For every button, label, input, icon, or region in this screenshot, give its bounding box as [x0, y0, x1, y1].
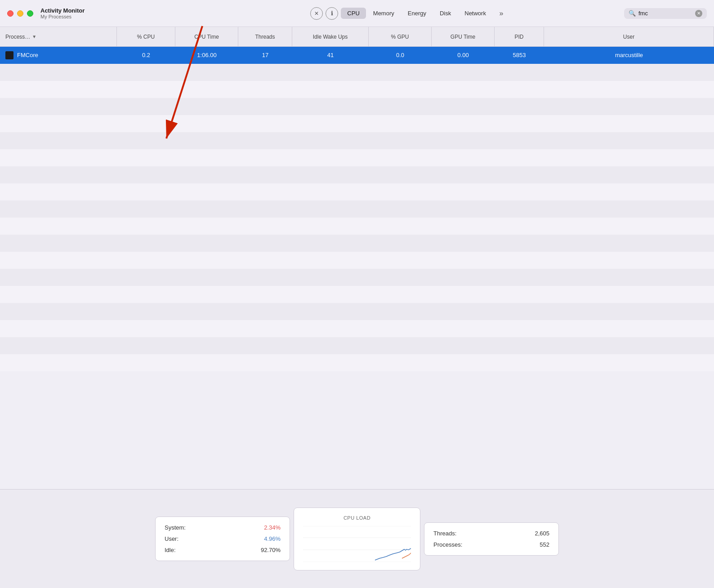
processes-stat-row: Processes: 552	[433, 541, 549, 548]
processes-value: 552	[540, 541, 549, 548]
tab-memory[interactable]: Memory	[367, 8, 401, 19]
table-row[interactable]	[0, 286, 714, 303]
tab-energy[interactable]: Energy	[402, 8, 433, 19]
table-row[interactable]	[0, 303, 714, 320]
table-row[interactable]: FMCore 0.2 1:06.00 17 41 0.0 0.00 5853 m…	[0, 47, 714, 64]
col-header-user[interactable]: User	[544, 27, 714, 46]
maximize-button[interactable]	[27, 10, 33, 17]
table-row[interactable]	[0, 81, 714, 98]
system-value: 2.34%	[264, 524, 281, 531]
table-row[interactable]	[0, 132, 714, 149]
table-row[interactable]	[0, 252, 714, 269]
close-button[interactable]	[7, 10, 13, 17]
table-row[interactable]	[0, 183, 714, 200]
user-label: User:	[165, 535, 178, 542]
col-header-idle-wake[interactable]: Idle Wake Ups	[292, 27, 369, 46]
system-stat-row: System: 2.34%	[165, 524, 281, 531]
system-label: System:	[165, 524, 186, 531]
col-header-process[interactable]: Process… ▼	[0, 27, 117, 46]
app-subtitle: My Processes	[40, 14, 85, 19]
cpu-time-cell: 1:06.00	[175, 47, 238, 63]
table-header: Process… ▼ % CPU CPU Time Threads Idle W…	[0, 27, 714, 47]
col-header-gpu-time[interactable]: GPU Time	[432, 27, 495, 46]
table-row[interactable]	[0, 166, 714, 183]
table-row[interactable]	[0, 337, 714, 354]
idle-label: Idle:	[165, 547, 176, 553]
sort-arrow-icon: ▼	[32, 34, 36, 39]
cpu-load-chart	[303, 526, 411, 562]
user-cell: marcustille	[544, 47, 714, 63]
table-row[interactable]	[0, 98, 714, 115]
tab-bar: CPU Memory Energy Disk Network	[341, 8, 492, 19]
table-row[interactable]	[0, 218, 714, 235]
search-input[interactable]	[638, 10, 692, 17]
toolbar: ✕ ℹ CPU Memory Energy Disk Network »	[310, 7, 508, 20]
user-stat-row: User: 4.96%	[165, 535, 281, 542]
idle-value: 92.70%	[261, 547, 281, 553]
search-bar: 🔍 ✕	[624, 8, 707, 19]
cpu-pct-cell: 0.2	[117, 47, 175, 63]
col-header-pid[interactable]: PID	[495, 27, 544, 46]
gpu-pct-cell: 0.0	[369, 47, 432, 63]
tab-disk[interactable]: Disk	[433, 8, 457, 19]
table-row[interactable]	[0, 320, 714, 337]
info-button[interactable]: ℹ	[326, 7, 338, 20]
table-row[interactable]	[0, 269, 714, 286]
title-bar: Activity Monitor My Processes ✕ ℹ CPU Me…	[0, 0, 714, 27]
threads-stat-row: Threads: 2,605	[433, 530, 549, 537]
process-icon	[5, 51, 13, 59]
cpu-load-title: CPU LOAD	[344, 515, 370, 521]
process-cell: FMCore	[0, 47, 117, 63]
pid-cell: 5853	[495, 47, 544, 63]
col-header-gpu-pct[interactable]: % GPU	[369, 27, 432, 46]
stats-box: System: 2.34% User: 4.96% Idle: 92.70%	[155, 517, 290, 561]
search-icon: 🔍	[629, 10, 636, 17]
threads-label: Threads:	[433, 530, 456, 537]
traffic-lights	[7, 10, 33, 17]
tab-cpu[interactable]: CPU	[341, 8, 366, 19]
app-title: Activity Monitor My Processes	[40, 7, 85, 19]
gpu-time-cell: 0.00	[432, 47, 495, 63]
col-header-cpu-time[interactable]: CPU Time	[175, 27, 238, 46]
processes-label: Processes:	[433, 541, 462, 548]
col-header-cpu-pct[interactable]: % CPU	[117, 27, 175, 46]
search-clear-button[interactable]: ✕	[695, 10, 702, 17]
threads-box: Threads: 2,605 Processes: 552	[424, 522, 559, 556]
idle-wake-cell: 41	[292, 47, 369, 63]
table-row[interactable]	[0, 149, 714, 166]
more-tabs-button[interactable]: »	[495, 9, 508, 18]
threads-value: 2,605	[535, 530, 549, 537]
table-row[interactable]	[0, 64, 714, 81]
table-row[interactable]	[0, 235, 714, 252]
table-row[interactable]	[0, 115, 714, 132]
minimize-button[interactable]	[17, 10, 23, 17]
table-row[interactable]	[0, 354, 714, 371]
process-name: FMCore	[17, 52, 38, 58]
bottom-panel: System: 2.34% User: 4.96% Idle: 92.70% C…	[0, 489, 714, 588]
close-process-button[interactable]: ✕	[310, 7, 323, 20]
threads-cell: 17	[238, 47, 292, 63]
col-header-threads[interactable]: Threads	[238, 27, 292, 46]
tab-network[interactable]: Network	[458, 8, 492, 19]
cpu-load-box: CPU LOAD	[294, 508, 420, 570]
user-value: 4.96%	[264, 535, 281, 542]
app-name: Activity Monitor	[40, 7, 85, 14]
table-row[interactable]	[0, 200, 714, 218]
idle-stat-row: Idle: 92.70%	[165, 547, 281, 553]
